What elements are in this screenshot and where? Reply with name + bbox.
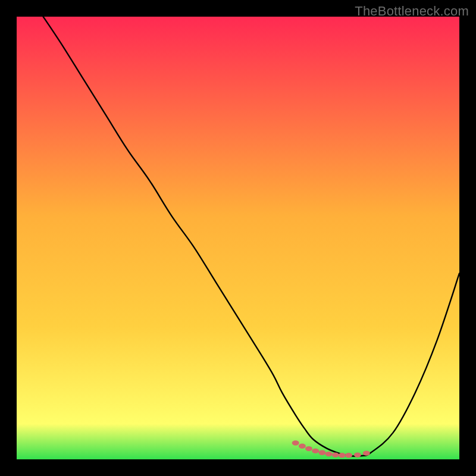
highlight-marker	[299, 444, 306, 449]
highlight-marker	[312, 449, 319, 453]
chart-stage: TheBottleneck.com	[0, 0, 476, 476]
gradient-background	[17, 17, 459, 459]
plot-svg	[17, 17, 459, 459]
highlight-marker	[363, 450, 370, 455]
highlight-marker	[345, 453, 352, 458]
watermark-text: TheBottleneck.com	[355, 4, 469, 19]
highlight-marker	[354, 452, 361, 457]
highlight-marker	[305, 446, 312, 451]
highlight-marker	[332, 452, 339, 457]
highlight-marker	[292, 440, 299, 445]
highlight-marker	[325, 452, 333, 456]
highlight-marker	[339, 453, 346, 458]
plot-area	[17, 17, 459, 459]
highlight-marker	[318, 450, 325, 455]
